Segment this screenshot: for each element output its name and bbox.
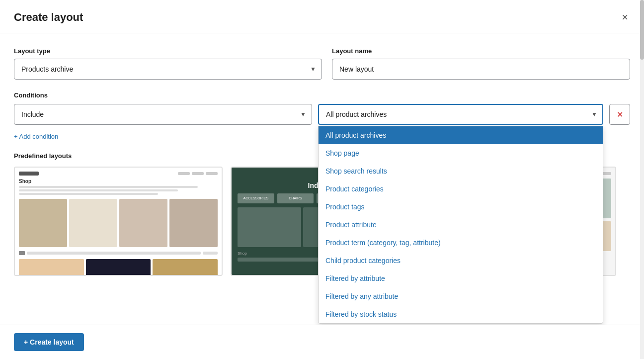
dropdown-option-filtered-any-attribute[interactable]: Filtered by any attribute — [319, 287, 603, 305]
modal-overlay: Create layout × Layout type Products arc… — [0, 0, 644, 359]
grid-item-4 — [169, 199, 218, 247]
product-grid — [19, 259, 218, 276]
condition-dropdown-list: All product archives Shop page Shop sear… — [318, 126, 603, 324]
modal-header: Create layout × — [0, 0, 644, 33]
modal-title: Create layout — [14, 11, 83, 24]
shop-label: Shop — [19, 179, 218, 184]
grid-item-1 — [19, 199, 67, 247]
conditions-row: Include ▼ All product archives ▼ All pro… — [14, 104, 630, 125]
dropdown-option-product-term[interactable]: Product term (category, tag, attribute) — [319, 234, 603, 252]
create-layout-modal: Create layout × Layout type Products arc… — [0, 0, 644, 359]
add-condition-button[interactable]: + Add condition — [14, 131, 58, 142]
shop-text-lines — [19, 186, 218, 195]
text-line-2 — [19, 189, 178, 191]
include-select-wrapper: Include ▼ — [14, 104, 312, 125]
layout-name-group: Layout name — [332, 47, 630, 80]
layout-type-select[interactable]: Products archive — [14, 59, 322, 80]
layout-type-label: Layout type — [14, 47, 322, 55]
include-select[interactable]: Include — [14, 104, 312, 125]
shop-card-header — [19, 172, 218, 176]
grid-item-2 — [69, 199, 117, 247]
dropdown-option-filtered-attribute[interactable]: Filtered by attribute — [319, 269, 603, 287]
furniture-1 — [238, 207, 301, 247]
shop-grid — [19, 199, 218, 247]
sort-bar — [203, 252, 218, 255]
layout-card-1-content: Shop — [15, 168, 222, 275]
condition-dropdown-field[interactable]: All product archives ▼ — [318, 104, 603, 125]
dropdown-option-product-attribute[interactable]: Product attribute — [319, 216, 603, 234]
dropdown-option-product-categories[interactable]: Product categories — [319, 180, 603, 198]
condition-dropdown-wrapper: All product archives ▼ All product archi… — [318, 104, 603, 125]
dropdown-option-child-categories[interactable]: Child product categories — [319, 252, 603, 269]
condition-dropdown-chevron-icon: ▼ — [591, 111, 597, 118]
dropdown-option-filtered-stock[interactable]: Filtered by stock status — [319, 305, 603, 323]
nav-dot-2 — [192, 172, 204, 175]
delete-icon: ✕ — [617, 110, 623, 119]
form-row-layout: Layout type Products archive ▼ Layout na… — [14, 47, 630, 80]
layout-name-input[interactable] — [332, 59, 630, 80]
product-1 — [19, 259, 84, 276]
scrollbar-track[interactable] — [640, 0, 644, 359]
shop-title-bar — [19, 172, 39, 176]
condition-dropdown-value: All product archives — [326, 110, 387, 118]
cat-1: ACCESSORIES — [238, 193, 274, 203]
product-2 — [86, 259, 151, 276]
nav-dot-3 — [206, 172, 218, 175]
layout-card-1[interactable]: Shop — [14, 167, 223, 276]
filter-icon — [19, 251, 25, 255]
text-line-1 — [19, 186, 198, 188]
modal-footer: + Create layout — [0, 325, 644, 359]
layout-type-select-wrapper: Products archive ▼ — [14, 59, 322, 80]
conditions-section: Conditions Include ▼ All product archive… — [14, 91, 630, 142]
filter-bar — [27, 252, 201, 255]
shop-nav-dots — [178, 172, 218, 175]
dropdown-option-product-tags[interactable]: Product tags — [319, 198, 603, 216]
layout-type-group: Layout type Products archive ▼ — [14, 47, 322, 80]
conditions-label: Conditions — [14, 91, 630, 99]
grid-item-3 — [119, 199, 167, 247]
cat-2: CHAIRS — [277, 193, 314, 203]
dropdown-option-shop-search[interactable]: Shop search results — [319, 162, 603, 180]
scrollbar-thumb[interactable] — [640, 0, 644, 60]
text-line-3 — [19, 193, 158, 195]
create-layout-button[interactable]: + Create layout — [14, 333, 84, 351]
dropdown-option-shop-page[interactable]: Shop page — [319, 144, 603, 162]
shop-controls — [19, 251, 218, 255]
product-3 — [153, 259, 218, 276]
layout-name-label: Layout name — [332, 47, 630, 55]
dropdown-option-all-archives[interactable]: All product archives — [319, 126, 603, 144]
nav-dot-1 — [178, 172, 190, 175]
close-button[interactable]: × — [620, 10, 630, 25]
delete-condition-button[interactable]: ✕ — [609, 104, 630, 125]
modal-body: Layout type Products archive ▼ Layout na… — [0, 33, 644, 325]
